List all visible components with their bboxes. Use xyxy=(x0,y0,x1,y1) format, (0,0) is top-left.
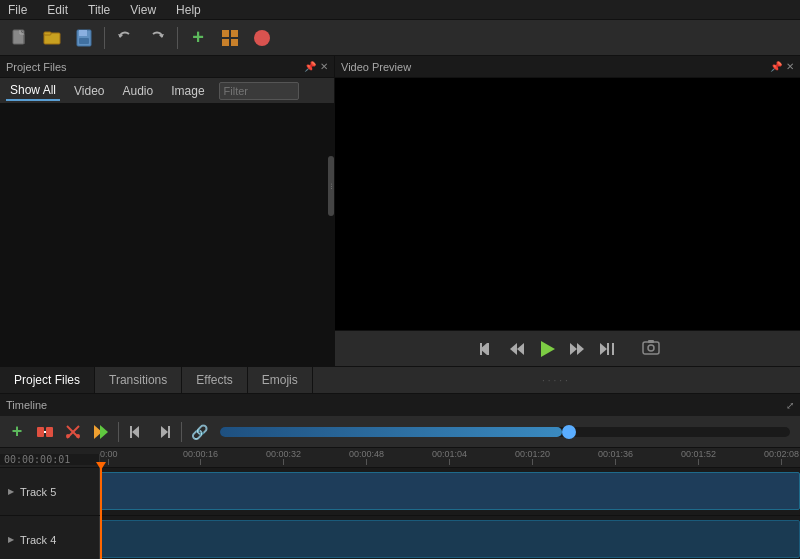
add-media-button[interactable]: + xyxy=(184,24,212,52)
bottom-tabs: Project Files Transitions Effects Emojis… xyxy=(0,366,800,394)
svg-rect-10 xyxy=(222,39,229,46)
ruler-mark-120: 00:01:20 xyxy=(515,449,550,465)
open-button[interactable] xyxy=(38,24,66,52)
timeline-toolbar-sep xyxy=(118,422,119,442)
timeline-transition-button[interactable] xyxy=(88,419,114,445)
toolbar-sep-1 xyxy=(104,27,105,49)
track-5-clip[interactable] xyxy=(100,472,800,510)
import-button[interactable] xyxy=(216,24,244,52)
svg-rect-23 xyxy=(612,343,614,355)
svg-rect-7 xyxy=(79,38,89,44)
resize-handle[interactable]: ··· xyxy=(328,156,334,216)
undo-button[interactable] xyxy=(111,24,139,52)
tab-image[interactable]: Image xyxy=(167,82,208,100)
track-5-label: Track 5 xyxy=(0,468,100,515)
ruler-mark-208: 00:02:08 xyxy=(764,449,799,465)
svg-rect-14 xyxy=(487,343,489,355)
timeline-prev-marker-button[interactable] xyxy=(123,419,149,445)
project-files-panel-icons: 📌 ✕ xyxy=(304,61,328,72)
fast-forward-button[interactable] xyxy=(565,337,589,361)
svg-point-32 xyxy=(66,434,70,438)
main-content: Project Files 📌 ✕ Show All Video Audio I… xyxy=(0,56,800,366)
track-4-content[interactable] xyxy=(100,516,800,559)
tab-show-all[interactable]: Show All xyxy=(6,81,60,101)
track-row-5: Track 5 xyxy=(0,468,800,516)
timeline-toolbar: + xyxy=(0,416,800,448)
toolbar: + xyxy=(0,20,800,56)
svg-rect-15 xyxy=(480,343,482,355)
svg-marker-36 xyxy=(132,426,139,438)
timeline-tracks: Track 5 Track 4 xyxy=(0,468,800,559)
ruler-mark-152: 00:01:52 xyxy=(681,449,716,465)
svg-marker-20 xyxy=(577,343,584,355)
video-preview-pin-icon[interactable]: 📌 xyxy=(770,61,782,72)
tab-project-files[interactable]: Project Files xyxy=(0,367,95,393)
svg-rect-39 xyxy=(168,426,170,438)
svg-marker-21 xyxy=(600,343,607,355)
video-preview-close-icon[interactable]: ✕ xyxy=(786,61,794,72)
menu-help[interactable]: Help xyxy=(172,3,205,17)
svg-rect-4 xyxy=(44,32,51,35)
fast-forward-to-end-button[interactable] xyxy=(595,337,619,361)
menu-title[interactable]: Title xyxy=(84,3,114,17)
svg-rect-28 xyxy=(46,427,53,437)
project-files-tabs: Show All Video Audio Image xyxy=(0,78,334,104)
menu-view[interactable]: View xyxy=(126,3,160,17)
svg-rect-24 xyxy=(643,342,659,354)
svg-rect-8 xyxy=(222,30,229,37)
project-files-panel: Project Files 📌 ✕ Show All Video Audio I… xyxy=(0,56,335,366)
tab-effects[interactable]: Effects xyxy=(182,367,247,393)
filter-input[interactable] xyxy=(219,82,299,100)
ruler-mark-16: 00:00:16 xyxy=(183,449,218,465)
play-button[interactable] xyxy=(535,337,559,361)
video-preview-header: Video Preview 📌 ✕ xyxy=(335,56,800,78)
timeline-area: Timeline ⤢ + xyxy=(0,394,800,559)
timeline-title: Timeline xyxy=(6,399,47,411)
ruler-mark-136: 00:01:36 xyxy=(598,449,633,465)
tab-video[interactable]: Video xyxy=(70,82,108,100)
tab-emojis[interactable]: Emojis xyxy=(248,367,313,393)
timeline-add-track-button[interactable]: + xyxy=(4,419,30,445)
screenshot-button[interactable] xyxy=(641,337,661,361)
timecode-display: 00:00:00:01 xyxy=(4,454,70,465)
timeline-expand-icon[interactable]: ⤢ xyxy=(786,400,794,411)
timeline-cut-button[interactable] xyxy=(60,419,86,445)
save-button[interactable] xyxy=(70,24,98,52)
svg-marker-16 xyxy=(510,343,517,355)
svg-rect-11 xyxy=(231,39,238,46)
svg-rect-9 xyxy=(231,30,238,37)
timeline-toolbar-sep2 xyxy=(181,422,182,442)
svg-marker-35 xyxy=(100,425,108,439)
timeline-tracks-container: 00:00:00:01 0:00 00:00:16 00:00:32 00:00… xyxy=(0,448,800,559)
new-button[interactable] xyxy=(6,24,34,52)
rewind-button[interactable] xyxy=(505,337,529,361)
timeline-link-button[interactable]: 🔗 xyxy=(186,419,212,445)
project-files-title: Project Files xyxy=(6,61,67,73)
ruler-mark-32: 00:00:32 xyxy=(266,449,301,465)
timeline-scrub-bar[interactable] xyxy=(220,427,790,437)
track-4-clip[interactable] xyxy=(100,520,800,558)
redo-button[interactable] xyxy=(143,24,171,52)
svg-marker-38 xyxy=(161,426,168,438)
timeline-next-marker-button[interactable] xyxy=(151,419,177,445)
track-5-content[interactable] xyxy=(100,468,800,515)
project-files-close-icon[interactable]: ✕ xyxy=(320,61,328,72)
svg-rect-6 xyxy=(79,30,87,36)
video-preview-panel: Video Preview 📌 ✕ xyxy=(335,56,800,366)
ruler-mark-0: 0:00 xyxy=(100,449,118,465)
project-files-header: Project Files 📌 ✕ xyxy=(0,56,334,78)
menu-file[interactable]: File xyxy=(4,3,31,17)
menu-bar: File Edit Title View Help xyxy=(0,0,800,20)
project-files-pin-icon[interactable]: 📌 xyxy=(304,61,316,72)
timeline-scrub-handle[interactable] xyxy=(562,425,576,439)
rewind-to-start-button[interactable] xyxy=(475,337,499,361)
menu-edit[interactable]: Edit xyxy=(43,3,72,17)
svg-point-12 xyxy=(254,30,270,46)
svg-marker-17 xyxy=(517,343,524,355)
tab-transitions[interactable]: Transitions xyxy=(95,367,182,393)
record-button[interactable] xyxy=(248,24,276,52)
toolbar-sep-2 xyxy=(177,27,178,49)
timeline-snap-button[interactable] xyxy=(32,419,58,445)
tab-audio[interactable]: Audio xyxy=(119,82,158,100)
svg-rect-26 xyxy=(648,340,654,343)
